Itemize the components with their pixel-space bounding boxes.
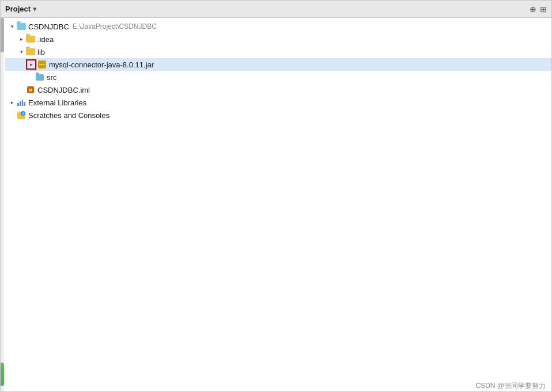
project-folder-icon (17, 22, 26, 31)
path-csdnjdbc: E:\JavaProject\CSDNJDBC (73, 22, 157, 31)
tree-item-iml[interactable]: M CSDNJDBC.iml (5, 83, 551, 96)
tree-item-src[interactable]: src (5, 71, 551, 83)
scrollbar-thumb[interactable] (1, 18, 4, 52)
label-idea: .idea (37, 35, 54, 44)
panel-title: Project (5, 5, 31, 13)
arrow-ext-libs (7, 98, 17, 107)
dropdown-icon[interactable]: ▾ (33, 5, 37, 13)
layout-icon[interactable]: ⊞ (540, 5, 547, 14)
svg-rect-1 (40, 62, 44, 63)
file-tree: CSDNJDBC E:\JavaProject\CSDNJDBC .idea l… (1, 18, 551, 124)
label-iml: CSDNJDBC.iml (37, 86, 90, 94)
arrow-lib (17, 47, 26, 56)
scratches-icon: ⚙ (17, 111, 26, 120)
panel-header-left: Project ▾ (5, 5, 37, 13)
bottom-bar: CSDN @张同学要努力 (1, 380, 551, 391)
iml-file-icon: M (26, 85, 35, 94)
jar-file-icon (37, 60, 47, 69)
globe-icon[interactable]: ⊕ (530, 5, 536, 14)
label-lib: lib (37, 48, 45, 56)
panel-header-right: ⊕ ⊞ (530, 5, 547, 14)
red-box-arrow-mysql[interactable]: ▸ (26, 59, 36, 70)
tree-item-external-libraries[interactable]: External Libraries (5, 96, 551, 109)
idea-folder-icon (26, 35, 35, 44)
svg-rect-0 (39, 63, 45, 67)
tree-item-lib[interactable]: lib (5, 45, 551, 58)
label-ext-libs: External Libraries (28, 98, 86, 107)
label-csdnjdbc: CSDNJDBC (28, 22, 69, 31)
tree-item-scratches[interactable]: ⚙ Scratches and Consoles (5, 109, 551, 121)
lib-folder-icon (26, 47, 35, 56)
left-scrollbar[interactable] (1, 18, 4, 391)
external-libraries-icon (17, 98, 26, 107)
tree-item-idea[interactable]: .idea (5, 33, 551, 45)
arrow-csdnjdbc (7, 22, 17, 31)
label-mysql-jar: mysql-connector-java-8.0.11.jar (49, 60, 154, 69)
project-panel: Project ▾ ⊕ ⊞ CSDNJDBC E:\JavaProject\CS… (0, 0, 552, 392)
watermark-text: CSDN @张同学要努力 (475, 381, 546, 391)
panel-content: CSDNJDBC E:\JavaProject\CSDNJDBC .idea l… (1, 18, 551, 391)
src-folder-icon (35, 73, 44, 82)
label-src: src (47, 73, 56, 82)
arrow-idea (17, 35, 26, 44)
svg-text:M: M (29, 88, 32, 92)
tree-item-mysql-jar[interactable]: ▸ mysql-connector-java-8.0.11.jar (5, 58, 551, 71)
panel-header: Project ▾ ⊕ ⊞ (1, 1, 551, 18)
tree-item-csdnjdbc[interactable]: CSDNJDBC E:\JavaProject\CSDNJDBC (5, 20, 551, 33)
label-scratches: Scratches and Consoles (28, 111, 109, 120)
